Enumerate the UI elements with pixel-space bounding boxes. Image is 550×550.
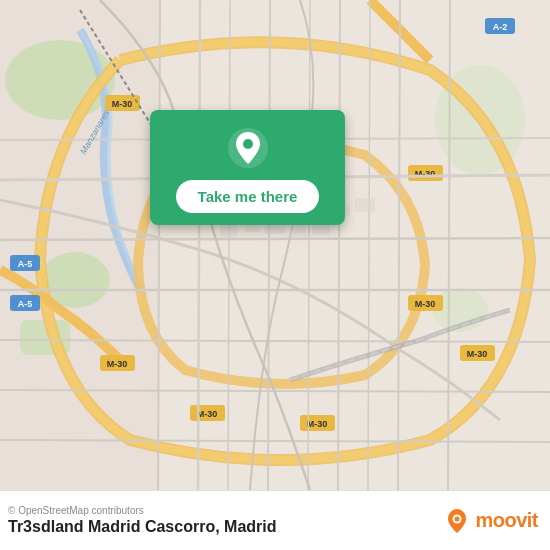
location-name: Tr3sdland Madrid Cascorro, Madrid — [8, 518, 277, 536]
svg-rect-51 — [355, 198, 375, 212]
moovit-icon — [443, 507, 471, 535]
bottom-bar: © OpenStreetMap contributors Tr3sdland M… — [0, 490, 550, 550]
svg-text:M-30: M-30 — [197, 409, 218, 419]
svg-text:M-30: M-30 — [107, 359, 128, 369]
svg-rect-55 — [290, 225, 306, 237]
svg-text:M-30: M-30 — [467, 349, 488, 359]
moovit-logo: moovit — [443, 507, 538, 535]
svg-text:A-2: A-2 — [493, 22, 508, 32]
svg-text:A-5: A-5 — [18, 259, 33, 269]
svg-rect-52 — [220, 225, 238, 237]
svg-text:M-30: M-30 — [415, 299, 436, 309]
svg-text:A-5: A-5 — [18, 299, 33, 309]
location-card: Take me there — [150, 110, 345, 225]
map-container: M-30 M-30 M-30 M-30 M-30 A-2 A-5 A-5 M-3… — [0, 0, 550, 490]
svg-text:M-30: M-30 — [307, 419, 328, 429]
take-me-there-button[interactable]: Take me there — [176, 180, 320, 213]
svg-text:M-30: M-30 — [112, 99, 133, 109]
moovit-brand-text: moovit — [475, 509, 538, 532]
location-pin-icon — [226, 126, 270, 170]
svg-point-60 — [455, 516, 460, 521]
svg-point-58 — [243, 139, 253, 149]
